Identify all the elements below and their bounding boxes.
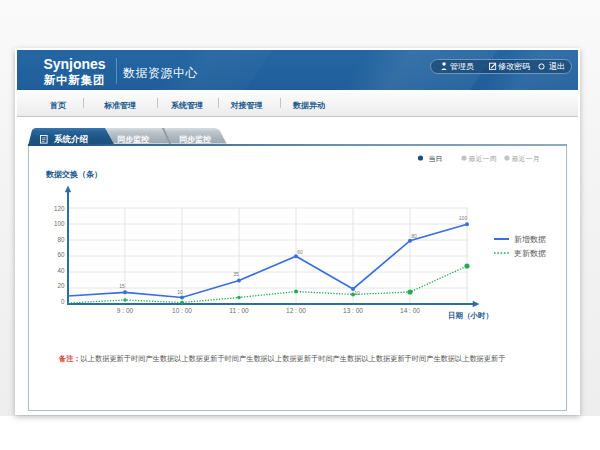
svg-text:100: 100 [54, 220, 65, 227]
svg-text:9 : 00: 9 : 00 [117, 307, 134, 314]
svg-text:60: 60 [297, 249, 303, 255]
svg-text:40: 40 [57, 267, 65, 274]
svg-text:0: 0 [61, 298, 65, 305]
svg-text:120: 120 [54, 205, 65, 212]
svg-text:新增数据: 新增数据 [514, 235, 546, 244]
svg-text:更新数据: 更新数据 [514, 249, 546, 258]
svg-text:20: 20 [57, 282, 65, 289]
svg-text:11 : 00: 11 : 00 [229, 307, 249, 314]
svg-text:80: 80 [411, 233, 417, 239]
svg-text:13 : 00: 13 : 00 [343, 307, 363, 314]
svg-text:当日: 当日 [429, 155, 443, 163]
svg-text:12 : 00: 12 : 00 [286, 307, 306, 314]
svg-text:日期（小时）: 日期（小时） [448, 311, 493, 320]
svg-text:最近一周: 最近一周 [469, 155, 497, 162]
svg-text:14 : 00: 14 : 00 [400, 307, 420, 314]
svg-text:35: 35 [233, 271, 239, 277]
svg-text:15: 15 [119, 283, 125, 289]
svg-text:最近一月: 最近一月 [512, 155, 540, 163]
svg-text:10: 10 [177, 289, 183, 295]
svg-text:数据交换（条）: 数据交换（条） [45, 170, 102, 179]
svg-text:10 : 00: 10 : 00 [172, 307, 192, 314]
svg-text:80: 80 [57, 236, 65, 243]
svg-text:100: 100 [459, 215, 468, 221]
svg-text:60: 60 [57, 251, 65, 258]
svg-text:10: 10 [354, 290, 360, 296]
